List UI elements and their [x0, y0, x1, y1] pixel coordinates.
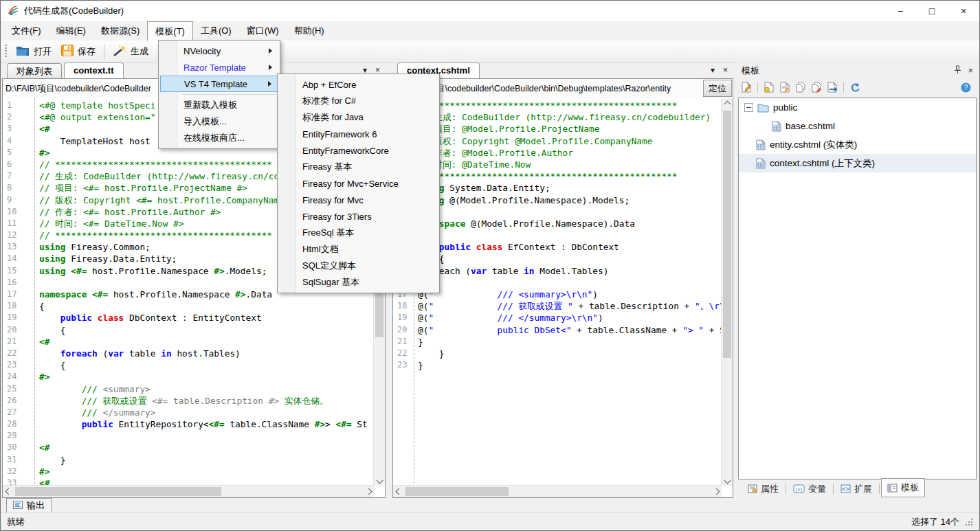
- generate-button[interactable]: 生成: [108, 43, 153, 61]
- pin-icon[interactable]: [954, 65, 961, 76]
- right-code-editor[interactable]: 1234567891011121314151617181920212223 //…: [393, 98, 722, 486]
- edit-content-icon[interactable]: [779, 81, 791, 93]
- menu-item-Razor Template[interactable]: Razor Template: [160, 59, 278, 76]
- right-vertical-scrollbar[interactable]: [721, 98, 733, 486]
- toolbar-grip[interactable]: [5, 45, 7, 58]
- submenu-item-SqlSugar 基本[interactable]: SqlSugar 基本: [279, 274, 438, 291]
- scroll-right-icon[interactable]: [363, 486, 374, 497]
- open-button-label: 打开: [34, 45, 52, 58]
- tree-item-public[interactable]: public: [739, 98, 976, 117]
- minimize-button[interactable]: −: [884, 1, 916, 21]
- resize-grip[interactable]: [965, 518, 973, 526]
- right-pane-menu-icon[interactable]: ▾: [711, 65, 715, 75]
- left-line-numbers: 1234567891011121314151617181920212223242…: [3, 100, 32, 486]
- submenu-arrow-icon: [268, 81, 271, 87]
- code-line: #>: [39, 371, 368, 383]
- line-number: 6: [3, 159, 32, 170]
- code-line: [418, 206, 722, 218]
- submenu-item-Fireasy for Mvc+Service[interactable]: Fireasy for Mvc+Service: [279, 175, 438, 192]
- tab-separator: [879, 484, 880, 494]
- right-horizontal-scrollbar[interactable]: [393, 485, 722, 497]
- save-button[interactable]: 保存: [56, 43, 100, 60]
- panel-close-icon[interactable]: ×: [968, 65, 973, 76]
- menu-item-导入模板...[interactable]: 导入模板...: [160, 113, 278, 130]
- collapse-expander-icon[interactable]: [744, 103, 753, 112]
- code-line: public class DbContext : EntityContext: [39, 312, 368, 324]
- duplicate-template-icon[interactable]: [810, 81, 823, 93]
- right-vscroll-thumb[interactable]: [723, 111, 731, 358]
- submenu-item-Fireasy 基本[interactable]: Fireasy 基本: [279, 159, 438, 175]
- line-number: 21: [3, 336, 32, 348]
- submenu-item-EntityFrameworkCore[interactable]: EntityFrameworkCore: [279, 142, 438, 159]
- menubar-item-工具(O)[interactable]: 工具(O): [193, 21, 239, 41]
- menubar-item-数据源(S)[interactable]: 数据源(S): [93, 21, 147, 41]
- line-number: 17: [3, 289, 32, 300]
- menu-item-重新载入模板[interactable]: 重新载入模板: [160, 97, 278, 113]
- menubar-item-窗口(W)[interactable]: 窗口(W): [239, 21, 287, 41]
- code-line: <#: [39, 336, 368, 348]
- submenu-item-Abp + EfCore[interactable]: Abp + EfCore: [279, 76, 438, 93]
- right-locate-button[interactable]: 定位: [703, 80, 732, 97]
- sidebar-tab-模板[interactable]: 模板: [881, 478, 925, 497]
- sidebar-tab-label: 属性: [761, 483, 779, 495]
- sidebar-tab-扩展[interactable]: <>扩展: [835, 480, 878, 498]
- right-pane-close-icon[interactable]: ×: [723, 65, 728, 75]
- sidebar-tab-属性[interactable]: 属性: [742, 480, 784, 498]
- line-number: 28: [3, 418, 32, 430]
- submenu-item-Fireasy for Mvc[interactable]: Fireasy for Mvc: [279, 192, 438, 208]
- export-template-icon[interactable]: [826, 81, 838, 93]
- scroll-down-icon[interactable]: [722, 475, 733, 486]
- left-horizontal-scrollbar[interactable]: [3, 485, 374, 497]
- tab-context-tt[interactable]: context.tt: [64, 63, 124, 78]
- menubar-item-帮助(H)[interactable]: 帮助(H): [287, 21, 332, 41]
- tree-item-context.cshtml (上下文类)[interactable]: context.cshtml (上下文类): [739, 154, 976, 172]
- sidebar-tab-变量[interactable]: (x)变量: [788, 480, 832, 498]
- menu-item-NVelocity[interactable]: NVelocity: [160, 43, 278, 59]
- output-tab[interactable]: 输出: [6, 498, 52, 512]
- scroll-left-icon[interactable]: [3, 486, 14, 497]
- tab-object-list[interactable]: 对象列表: [7, 63, 62, 78]
- output-strip: 输出: [1, 498, 979, 513]
- submenu-item-标准类 for C#[interactable]: 标准类 for C#: [279, 93, 438, 109]
- scroll-right-icon[interactable]: [711, 486, 722, 497]
- scroll-up-icon[interactable]: [722, 98, 733, 109]
- refresh-icon[interactable]: [849, 81, 861, 93]
- submenu-item-SQL定义脚本[interactable]: SQL定义脚本: [279, 258, 438, 274]
- scroll-down-icon[interactable]: [374, 475, 385, 486]
- line-number: 16: [3, 277, 32, 289]
- tree-item-base.cshtml[interactable]: base.cshtml: [739, 117, 976, 135]
- open-button[interactable]: 打开: [11, 43, 56, 60]
- code-line: namespace @(Model.Profile.Namespace).Dat…: [418, 218, 722, 229]
- scroll-left-icon[interactable]: [393, 486, 404, 497]
- menubar-item-编辑(E)[interactable]: 编辑(E): [49, 21, 93, 41]
- edit-template-icon[interactable]: [740, 81, 753, 93]
- line-number: 19: [3, 312, 32, 324]
- close-button[interactable]: ×: [948, 1, 979, 21]
- line-number: 21: [393, 336, 411, 348]
- code-line: // *************************************…: [418, 100, 722, 111]
- submenu-item-EntityFramework 6[interactable]: EntityFramework 6: [279, 126, 438, 142]
- code-line: /// <summary>: [39, 383, 368, 395]
- copy-template-icon[interactable]: [794, 81, 807, 93]
- menubar-item-模板(T)[interactable]: 模板(T): [147, 21, 193, 41]
- code-line: // 版权: Copyright @Model.Profile.CompanyN…: [418, 135, 722, 147]
- code-line: /// </summary>: [39, 407, 368, 418]
- menu-item-VS T4 Template[interactable]: VS T4 Template: [160, 76, 278, 92]
- code-line: {: [39, 324, 368, 336]
- menubar-item-文件(F)[interactable]: 文件(F): [4, 21, 49, 41]
- submenu-item-FreeSql 基本[interactable]: FreeSql 基本: [279, 225, 438, 241]
- menu-item-在线模板商店...[interactable]: 在线模板商店...: [160, 130, 278, 146]
- tree-item-entity.cshtml (实体类)[interactable]: entity.cshtml (实体类): [739, 135, 976, 154]
- line-number: 18: [393, 300, 411, 312]
- left-hscroll-thumb[interactable]: [15, 487, 221, 496]
- submenu-item-Html文档[interactable]: Html文档: [279, 241, 438, 258]
- maximize-button[interactable]: □: [916, 1, 948, 21]
- submenu-item-Fireasy for 3Tiers[interactable]: Fireasy for 3Tiers: [279, 208, 438, 225]
- new-template-icon[interactable]: [763, 81, 775, 93]
- line-number: 13: [3, 241, 32, 253]
- submenu-item-标准类 for Java[interactable]: 标准类 for Java: [279, 109, 438, 126]
- line-number: 1: [3, 100, 32, 111]
- right-hscroll-thumb[interactable]: [405, 487, 509, 496]
- code-line: @(" /// 获取或设置 " + table.Description + "。…: [418, 300, 722, 312]
- help-icon[interactable]: ?: [959, 81, 972, 93]
